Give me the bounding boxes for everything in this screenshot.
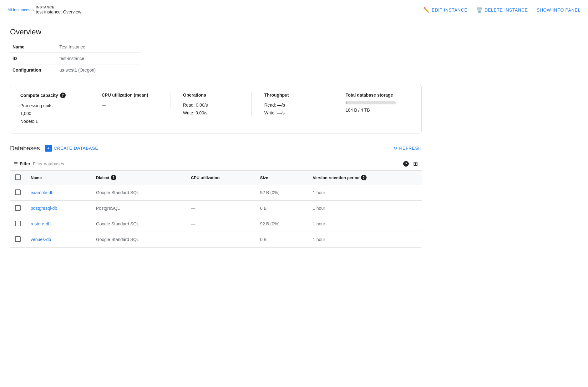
- refresh-icon: ↻: [393, 146, 398, 151]
- info-table-row: IDtest-instance: [10, 53, 141, 64]
- db-size-cell: 92 B (0%): [255, 216, 308, 232]
- row-checkbox-cell: [10, 185, 26, 200]
- storage-title: Total database storage: [346, 93, 414, 98]
- databases-table: Name ↑ Dialect ? CPU utilization: [10, 171, 422, 248]
- db-dialect-cell: Google Standard SQL: [91, 216, 186, 232]
- top-bar: All instances › INSTANCE test-instance: …: [0, 0, 588, 20]
- table-row: venues-db Google Standard SQL — 0 B 1 ho…: [10, 232, 422, 247]
- db-dialect-cell: Google Standard SQL: [91, 232, 186, 247]
- throughput-section: Throughput Read: —/s Write: —/s: [264, 93, 333, 117]
- info-table-row: NameTest Instance: [10, 41, 141, 53]
- db-retention-cell: 1 hour: [308, 216, 422, 232]
- row-checkbox-cell: [10, 216, 26, 232]
- info-label: Configuration: [10, 64, 57, 76]
- info-table-row: Configurationus-west1 (Oregon): [10, 64, 141, 76]
- db-size-cell: 0 B: [255, 200, 308, 216]
- db-dialect-cell: Google Standard SQL: [91, 185, 186, 200]
- cpu-utilization-title: CPU utilization (mean): [102, 93, 158, 98]
- compute-help-icon[interactable]: ?: [60, 93, 66, 98]
- edit-icon: ✏️: [423, 7, 430, 13]
- columns-icon[interactable]: ⊞: [413, 160, 418, 167]
- storage-section: Total database storage 184 B / 4 TB: [346, 93, 414, 114]
- filter-label: Filter: [20, 161, 30, 166]
- filter-right: ? ⊞: [403, 160, 418, 167]
- retention-help-icon[interactable]: ?: [361, 175, 367, 180]
- throughput-title: Throughput: [264, 93, 320, 98]
- table-row: restore-db Google Standard SQL — 92 B (0…: [10, 216, 422, 232]
- filter-icon: ☰: [14, 161, 18, 166]
- metrics-card: Compute capacity ? Processing units: 1,0…: [10, 85, 422, 133]
- table-header: Name ↑ Dialect ? CPU utilization: [10, 171, 422, 185]
- compute-capacity-value: Processing units: 1,000 Nodes: 1: [20, 102, 76, 126]
- select-all-checkbox[interactable]: [15, 174, 21, 180]
- refresh-button[interactable]: ↻ REFRESH: [393, 146, 422, 151]
- instance-name: test-instance: Overview: [36, 9, 81, 14]
- db-retention-cell: 1 hour: [308, 185, 422, 200]
- info-label: ID: [10, 53, 57, 64]
- select-all-header: [10, 171, 26, 185]
- row-checkbox[interactable]: [15, 205, 21, 211]
- db-retention-cell: 1 hour: [308, 232, 422, 247]
- db-name-cell[interactable]: venues-db: [26, 232, 91, 247]
- delete-instance-button[interactable]: 🗑️ DELETE INSTANCE: [476, 7, 528, 13]
- overview-title: Overview: [10, 28, 422, 36]
- db-cpu-cell: —: [186, 232, 255, 247]
- compute-capacity-section: Compute capacity ? Processing units: 1,0…: [20, 93, 89, 126]
- overview-info-table: NameTest InstanceIDtest-instanceConfigur…: [10, 41, 141, 76]
- table-row: postgresql-db PostgreSQL — 0 B 1 hour: [10, 200, 422, 216]
- info-value: Test Instance: [57, 41, 141, 53]
- row-checkbox-cell: [10, 232, 26, 247]
- size-column-header[interactable]: Size: [255, 171, 308, 185]
- filter-help-icon[interactable]: ?: [403, 161, 409, 167]
- filter-bar: ☰ Filter ? ⊞: [10, 157, 422, 171]
- delete-icon: 🗑️: [476, 7, 483, 13]
- table-body: example-db Google Standard SQL — 92 B (0…: [10, 185, 422, 247]
- db-name-cell[interactable]: postgresql-db: [26, 200, 91, 216]
- row-checkbox-cell: [10, 200, 26, 216]
- show-info-panel-button[interactable]: SHOW INFO PANEL: [537, 8, 580, 13]
- db-cpu-cell: —: [186, 216, 255, 232]
- db-size-cell: 0 B: [255, 232, 308, 247]
- main-content: Overview NameTest InstanceIDtest-instanc…: [0, 20, 432, 255]
- operations-value: Read: 0.00/s Write: 0.00/s: [183, 101, 239, 117]
- name-sort-icon: ↑: [44, 175, 46, 180]
- db-name-cell[interactable]: example-db: [26, 185, 91, 200]
- storage-value: 184 B / 4 TB: [346, 106, 414, 114]
- db-cpu-cell: —: [186, 185, 255, 200]
- db-name-cell[interactable]: restore-db: [26, 216, 91, 232]
- edit-instance-button[interactable]: ✏️ EDIT INSTANCE: [423, 7, 467, 13]
- create-database-button[interactable]: + CREATE DATABASE: [45, 145, 99, 152]
- dialect-help-icon[interactable]: ?: [111, 175, 116, 180]
- cpu-utilization-value: —: [102, 101, 158, 109]
- filter-left: ☰ Filter: [14, 161, 95, 166]
- databases-title-area: Databases + CREATE DATABASE: [10, 145, 98, 152]
- db-cpu-cell: —: [186, 200, 255, 216]
- breadcrumb: All instances › INSTANCE test-instance: …: [8, 5, 81, 14]
- db-size-cell: 92 B (0%): [255, 185, 308, 200]
- dialect-column-header[interactable]: Dialect ?: [91, 171, 186, 185]
- filter-input[interactable]: [33, 161, 95, 166]
- cpu-column-header[interactable]: CPU utilization: [186, 171, 255, 185]
- storage-bar: [346, 101, 396, 104]
- retention-column-header[interactable]: Version retention period ?: [308, 171, 422, 185]
- cpu-utilization-section: CPU utilization (mean) —: [102, 93, 170, 109]
- row-checkbox[interactable]: [15, 189, 21, 195]
- operations-section: Operations Read: 0.00/s Write: 0.00/s: [183, 93, 252, 117]
- table-row: example-db Google Standard SQL — 92 B (0…: [10, 185, 422, 200]
- db-retention-cell: 1 hour: [308, 200, 422, 216]
- name-column-header[interactable]: Name ↑: [26, 171, 91, 185]
- operations-title: Operations: [183, 93, 239, 98]
- row-checkbox[interactable]: [15, 221, 21, 226]
- table-header-row: Name ↑ Dialect ? CPU utilization: [10, 171, 422, 185]
- databases-title: Databases: [10, 145, 40, 152]
- row-checkbox[interactable]: [15, 236, 21, 242]
- all-instances-link[interactable]: All instances: [8, 8, 30, 12]
- breadcrumb-instance-block: INSTANCE test-instance: Overview: [36, 5, 81, 14]
- breadcrumb-chevron: ›: [32, 7, 34, 13]
- throughput-value: Read: —/s Write: —/s: [264, 101, 320, 117]
- top-actions: ✏️ EDIT INSTANCE 🗑️ DELETE INSTANCE SHOW…: [423, 7, 580, 13]
- info-label: Name: [10, 41, 57, 53]
- info-value: test-instance: [57, 53, 141, 64]
- databases-header: Databases + CREATE DATABASE ↻ REFRESH: [10, 145, 422, 152]
- compute-capacity-title: Compute capacity ?: [20, 93, 76, 98]
